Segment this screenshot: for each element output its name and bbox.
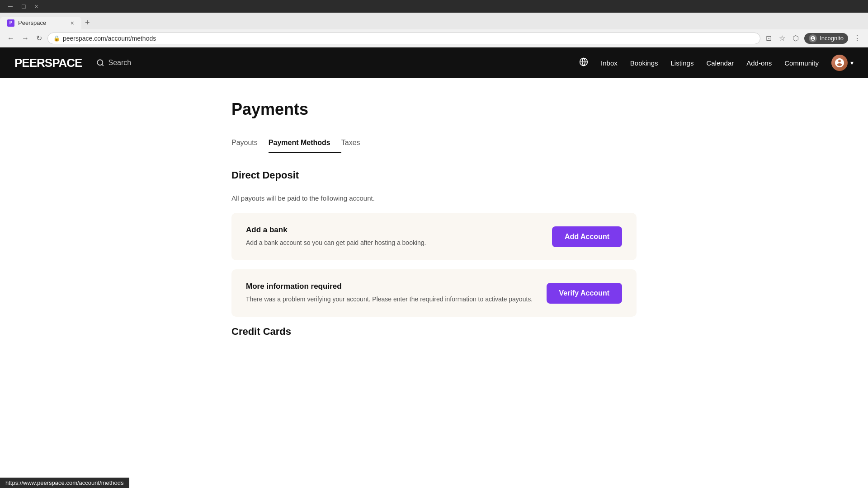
search-icon: [96, 59, 104, 67]
page-title: Payments: [231, 100, 637, 119]
credit-cards-title: Credit Cards: [231, 326, 637, 338]
nav-listings[interactable]: Listings: [671, 59, 694, 67]
add-bank-title: Add a bank: [246, 225, 541, 235]
svg-line-1: [102, 64, 104, 66]
site-header: PEERSPACE Search Inbox Bookings Listings…: [0, 47, 868, 78]
browser-chrome: P Peerspace × + ← → ↻ 🔒 peerspace.com/ac…: [0, 13, 868, 47]
close-window-button[interactable]: ×: [32, 2, 41, 11]
nav-bookings[interactable]: Bookings: [630, 59, 658, 67]
browser-actions: ⊡ ☆ ⬡ Incognito ⋮: [764, 32, 863, 44]
tab-payouts[interactable]: Payouts: [231, 133, 269, 153]
verify-card-content: More information required There was a pr…: [246, 282, 536, 304]
nav-inbox[interactable]: Inbox: [601, 59, 618, 67]
logo[interactable]: PEERSPACE: [14, 56, 82, 70]
add-account-button[interactable]: Add Account: [552, 226, 622, 247]
direct-deposit-desc: All payouts will be paid to the followin…: [231, 194, 637, 202]
url-text: peerspace.com/account/methods: [63, 35, 755, 42]
forward-button[interactable]: →: [20, 33, 31, 44]
incognito-icon: [809, 34, 817, 42]
tab-favicon: P: [7, 19, 14, 27]
chevron-down-icon: ▾: [850, 59, 854, 66]
maximize-button[interactable]: □: [19, 2, 28, 11]
browser-tab[interactable]: P Peerspace ×: [0, 17, 81, 29]
nav-add-ons[interactable]: Add-ons: [746, 59, 772, 67]
header-search[interactable]: Search: [96, 59, 131, 67]
tab-close-button[interactable]: ×: [71, 19, 74, 27]
lock-icon: 🔒: [53, 35, 60, 42]
bookmark-button[interactable]: ☆: [777, 32, 787, 44]
verify-card-title: More information required: [246, 282, 536, 291]
add-bank-desc: Add a bank account so you can get paid a…: [246, 238, 541, 248]
payments-tabs: Payouts Payment Methods Taxes: [231, 133, 637, 153]
avatar: [831, 55, 848, 71]
tab-payment-methods[interactable]: Payment Methods: [269, 133, 341, 153]
screen-cast-button[interactable]: ⊡: [764, 32, 774, 44]
new-tab-button[interactable]: +: [81, 16, 94, 29]
window-controls[interactable]: ─ □ ×: [5, 2, 41, 11]
browser-toolbar: ← → ↻ 🔒 peerspace.com/account/methods ⊡ …: [0, 29, 868, 47]
incognito-badge[interactable]: Incognito: [804, 33, 848, 44]
nav-calendar[interactable]: Calendar: [706, 59, 734, 67]
add-bank-card-content: Add a bank Add a bank account so you can…: [246, 225, 541, 248]
add-bank-card: Add a bank Add a bank account so you can…: [231, 213, 637, 260]
header-nav: Inbox Bookings Listings Calendar Add-ons…: [579, 55, 854, 71]
back-button[interactable]: ←: [5, 33, 16, 44]
main-content: Payments Payouts Payment Methods Taxes D…: [217, 78, 651, 359]
verify-account-card: More information required There was a pr…: [231, 269, 637, 317]
search-label: Search: [108, 59, 131, 67]
globe-icon[interactable]: [579, 57, 588, 68]
browser-tab-bar: P Peerspace × +: [0, 13, 868, 29]
window-bar: ─ □ ×: [0, 0, 868, 13]
verify-card-desc: There was a problem verifying your accou…: [246, 295, 536, 304]
section-divider: [231, 185, 637, 185]
verify-account-button[interactable]: Verify Account: [547, 283, 622, 304]
user-menu[interactable]: ▾: [831, 55, 854, 71]
logo-text: PEERSPACE: [14, 56, 82, 70]
direct-deposit-title: Direct Deposit: [231, 169, 637, 181]
nav-community[interactable]: Community: [784, 59, 819, 67]
browser-menu-button[interactable]: ⋮: [852, 32, 863, 44]
address-bar[interactable]: 🔒 peerspace.com/account/methods: [47, 33, 760, 44]
minimize-button[interactable]: ─: [5, 2, 15, 11]
refresh-button[interactable]: ↻: [34, 32, 44, 44]
tab-taxes[interactable]: Taxes: [341, 133, 371, 153]
profile-button[interactable]: ⬡: [791, 32, 801, 44]
incognito-label: Incognito: [820, 35, 844, 42]
svg-point-0: [98, 60, 103, 65]
tab-title: Peerspace: [18, 19, 67, 26]
